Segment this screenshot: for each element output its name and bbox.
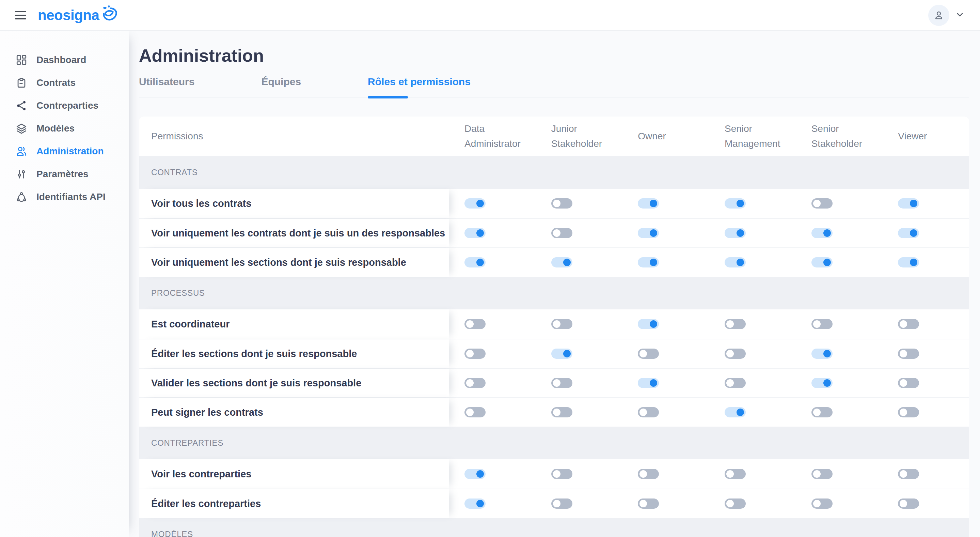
permission-toggles xyxy=(449,189,969,218)
toggle-cell xyxy=(709,219,796,247)
tab-r-les-et-permissions[interactable]: Rôles et permissions xyxy=(368,76,471,88)
permission-toggle-viewer[interactable] xyxy=(898,198,919,209)
permission-toggle-senior-management[interactable] xyxy=(725,198,746,209)
permission-toggle-senior-stakeholder[interactable] xyxy=(811,319,832,329)
brand-name: neosigna xyxy=(38,6,99,24)
permission-toggle-data-administrator[interactable] xyxy=(465,378,485,388)
permission-toggle-data-administrator[interactable] xyxy=(465,198,485,209)
sidebar-item-contrats[interactable]: Contrats xyxy=(0,71,129,94)
toggle-knob xyxy=(900,500,907,507)
permission-toggle-senior-management[interactable] xyxy=(725,319,746,329)
permission-toggle-viewer[interactable] xyxy=(898,228,919,238)
permission-toggle-data-administrator[interactable] xyxy=(465,228,485,238)
permission-toggle-senior-management[interactable] xyxy=(725,407,746,417)
hamburger-menu-icon[interactable] xyxy=(15,11,26,19)
toggle-cell xyxy=(622,489,709,518)
permission-toggle-senior-stakeholder[interactable] xyxy=(811,469,832,479)
permission-toggle-junior-stakeholder[interactable] xyxy=(551,319,573,329)
sidebar-item-param-tres[interactable]: Paramètres xyxy=(0,163,129,185)
toggle-cell xyxy=(709,369,796,397)
sidebar-item-identifiants-api[interactable]: Identifiants API xyxy=(0,185,129,208)
permission-toggle-senior-management[interactable] xyxy=(725,469,746,479)
contracts-icon xyxy=(16,77,27,89)
permission-toggle-owner[interactable] xyxy=(638,469,659,479)
toggle-knob xyxy=(476,470,484,478)
permission-toggle-viewer[interactable] xyxy=(898,378,919,388)
permission-toggle-senior-stakeholder[interactable] xyxy=(811,349,832,359)
permission-toggle-junior-stakeholder[interactable] xyxy=(551,499,573,509)
toggle-knob xyxy=(726,379,734,387)
permission-toggle-owner[interactable] xyxy=(638,349,659,359)
permission-toggle-junior-stakeholder[interactable] xyxy=(551,349,573,359)
permission-toggle-viewer[interactable] xyxy=(898,469,919,479)
permission-toggle-owner[interactable] xyxy=(638,228,659,238)
permission-toggle-owner[interactable] xyxy=(638,407,659,417)
permission-toggle-senior-stakeholder[interactable] xyxy=(811,499,832,509)
permission-toggle-data-administrator[interactable] xyxy=(465,469,485,479)
permission-toggle-data-administrator[interactable] xyxy=(465,499,485,509)
permission-toggle-junior-stakeholder[interactable] xyxy=(551,378,573,388)
toggle-cell xyxy=(536,459,622,489)
toggle-cell xyxy=(709,309,796,339)
permission-toggle-owner[interactable] xyxy=(638,499,659,509)
permission-toggle-viewer[interactable] xyxy=(898,257,919,268)
toggle-knob xyxy=(910,200,917,207)
main-content: Administration UtilisateursÉquipesRôles … xyxy=(129,31,980,537)
permission-toggle-viewer[interactable] xyxy=(898,349,919,359)
toggle-knob xyxy=(466,379,474,387)
sidebar-item-administration[interactable]: Administration xyxy=(0,140,129,163)
sidebar-item-mod-les[interactable]: Modèles xyxy=(0,117,129,140)
permission-toggle-data-administrator[interactable] xyxy=(465,407,485,417)
permission-toggle-data-administrator[interactable] xyxy=(465,319,485,329)
toggle-cell xyxy=(882,309,969,339)
tab-utilisateurs[interactable]: Utilisateurs xyxy=(139,76,194,88)
permission-toggle-owner[interactable] xyxy=(638,257,659,268)
role-header-data-administrator: Data Administrator xyxy=(449,116,536,156)
permission-toggle-junior-stakeholder[interactable] xyxy=(551,198,573,209)
toggle-cell xyxy=(536,489,622,518)
permission-toggle-senior-management[interactable] xyxy=(725,228,746,238)
toggle-knob xyxy=(553,200,560,207)
permission-toggle-senior-management[interactable] xyxy=(725,499,746,509)
sidebar-item-label: Modèles xyxy=(37,123,75,134)
section-header-contrats: CONTRATS xyxy=(139,156,969,189)
permission-toggle-senior-stakeholder[interactable] xyxy=(811,198,832,209)
permission-toggle-junior-stakeholder[interactable] xyxy=(551,257,573,268)
toggle-cell xyxy=(449,219,536,247)
permission-toggle-senior-stakeholder[interactable] xyxy=(811,228,832,238)
permission-toggles xyxy=(449,398,969,427)
sidebar-item-label: Contrats xyxy=(37,77,76,88)
toggle-knob xyxy=(726,320,734,328)
permission-toggle-owner[interactable] xyxy=(638,378,659,388)
role-header-viewer: Viewer xyxy=(882,116,969,156)
permission-toggle-junior-stakeholder[interactable] xyxy=(551,469,573,479)
permission-toggle-senior-management[interactable] xyxy=(725,378,746,388)
permission-toggle-junior-stakeholder[interactable] xyxy=(551,407,573,417)
toggle-knob xyxy=(823,259,831,266)
toggle-cell xyxy=(709,459,796,489)
user-menu-button[interactable] xyxy=(928,5,965,26)
permission-toggle-junior-stakeholder[interactable] xyxy=(551,228,573,238)
permission-toggle-data-administrator[interactable] xyxy=(465,257,485,268)
permission-toggle-viewer[interactable] xyxy=(898,407,919,417)
toggle-knob xyxy=(737,200,744,207)
toggle-knob xyxy=(813,500,821,507)
permission-toggle-owner[interactable] xyxy=(638,198,659,209)
brand-logo[interactable]: neosigna xyxy=(38,6,118,24)
sidebar-item-dashboard[interactable]: Dashboard xyxy=(0,48,129,71)
sidebar-item-contreparties[interactable]: Contreparties xyxy=(0,94,129,117)
permission-toggle-senior-management[interactable] xyxy=(725,257,746,268)
permission-toggle-owner[interactable] xyxy=(638,319,659,329)
permission-toggle-senior-stakeholder[interactable] xyxy=(811,378,832,388)
permission-toggle-data-administrator[interactable] xyxy=(465,349,485,359)
tab-quipes[interactable]: Équipes xyxy=(261,76,301,88)
toggle-cell xyxy=(709,339,796,368)
permission-toggle-senior-stakeholder[interactable] xyxy=(811,257,832,268)
permission-toggle-viewer[interactable] xyxy=(898,319,919,329)
topbar: neosigna xyxy=(0,0,980,31)
permissions-column-header: Permissions xyxy=(139,116,449,156)
permission-toggle-senior-stakeholder[interactable] xyxy=(811,407,832,417)
toggle-cell xyxy=(796,219,883,247)
permission-toggle-senior-management[interactable] xyxy=(725,349,746,359)
permission-toggle-viewer[interactable] xyxy=(898,499,919,509)
